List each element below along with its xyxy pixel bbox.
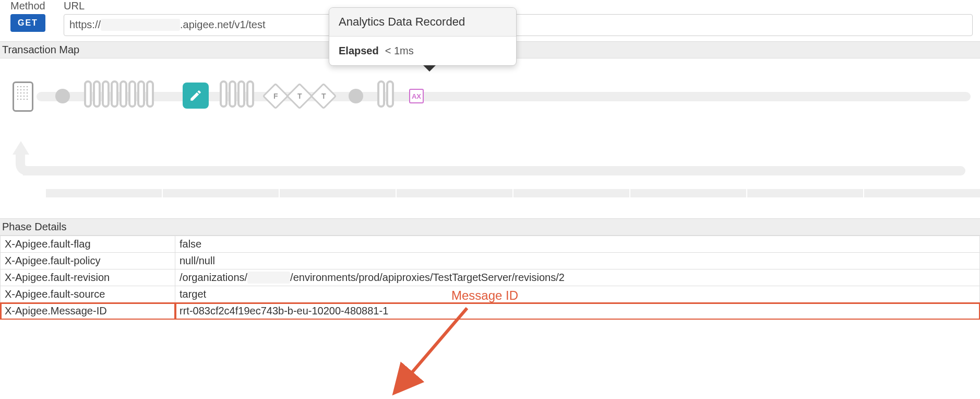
flow-pill-group[interactable]	[83, 80, 154, 108]
popover-title: Analytics Data Recorded	[329, 8, 516, 37]
client-device-icon[interactable]	[13, 81, 33, 112]
phase-value: /organizations/xxxxxxx/environments/prod…	[175, 269, 980, 286]
phase-value: rrt-083cf2c4f19ec743b-b-eu-10200-480881-…	[175, 303, 980, 320]
url-redacted: xxxxxxxxxxxxxx	[101, 19, 180, 31]
table-row-message-id: X-Apigee.Message-ID rrt-083cf2c4f19ec743…	[1, 303, 980, 320]
url-label: URL	[64, 0, 973, 12]
flow-dot-2[interactable]	[349, 89, 363, 103]
condition-diamond-f[interactable]: F	[262, 83, 289, 110]
flow-dot[interactable]	[55, 89, 70, 103]
phase-value: null/null	[175, 253, 980, 269]
phase-key: X-Apigee.fault-revision	[1, 269, 175, 286]
pencil-icon	[189, 89, 202, 102]
flow-pill-group-2[interactable]	[219, 80, 255, 108]
phase-value: false	[175, 236, 980, 253]
popover-elapsed-label: Elapsed	[339, 45, 379, 57]
popover-elapsed-value: < 1ms	[385, 45, 414, 57]
phase-key: X-Apigee.Message-ID	[1, 303, 175, 320]
method-label: Method	[10, 0, 57, 12]
condition-diamond-t2[interactable]: T	[310, 83, 337, 110]
analytics-popover: Analytics Data Recorded Elapsed < 1ms	[329, 7, 517, 66]
org-redacted: xxxxxxx	[247, 272, 290, 284]
phase-key: X-Apigee.fault-flag	[1, 236, 175, 253]
analytics-node[interactable]: AX	[409, 89, 424, 103]
url-value-post: .apigee.net/v1/test	[180, 19, 265, 30]
table-row: X-Apigee.fault-source target	[1, 286, 980, 303]
phase-details-header: Phase Details	[0, 218, 980, 236]
phase-key: X-Apigee.fault-policy	[1, 253, 175, 269]
phase-key: X-Apigee.fault-source	[1, 286, 175, 303]
transaction-track	[37, 92, 971, 101]
phase-details-table: X-Apigee.fault-flag false X-Apigee.fault…	[0, 236, 980, 320]
policy-edit-icon[interactable]	[183, 83, 209, 109]
url-input[interactable]: https://xxxxxxxxxxxxxx.apigee.net/v1/tes…	[64, 14, 973, 36]
table-row: X-Apigee.fault-flag false	[1, 236, 980, 253]
table-row: X-Apigee.fault-policy null/null	[1, 253, 980, 269]
flow-pill-group-3[interactable]	[377, 80, 395, 108]
method-button[interactable]: GET	[10, 14, 45, 32]
return-flow-arrow	[16, 113, 965, 175]
transaction-map: F T T AX	[0, 58, 980, 173]
table-row: X-Apigee.fault-revision /organizations/x…	[1, 269, 980, 286]
phase-value: target	[175, 286, 980, 303]
condition-diamond-t1[interactable]: T	[286, 83, 313, 110]
url-value-pre: https://	[69, 19, 101, 30]
column-spacer	[0, 189, 980, 197]
